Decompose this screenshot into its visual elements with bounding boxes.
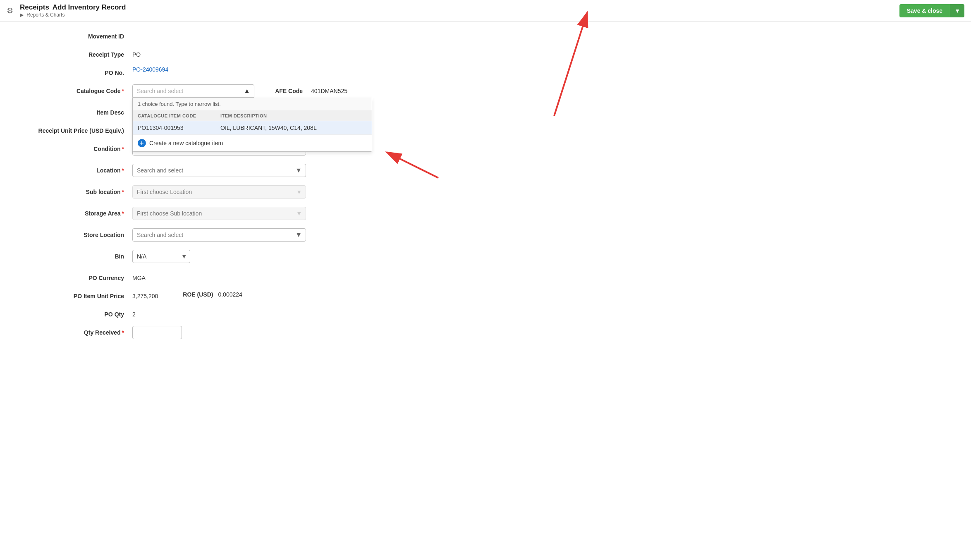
page-header: ⚙ Receipts Add Inventory Record ▶ Report… (0, 0, 971, 22)
roe-usd-value: 0.000224 (218, 291, 242, 298)
header-actions: Save & close ▼ (899, 4, 964, 17)
store-location-label: Store Location (25, 228, 132, 238)
save-close-dropdown-button[interactable]: ▼ (950, 4, 964, 17)
po-qty-row: PO Qty 2 (25, 308, 347, 318)
receipt-type-row: Receipt Type PO (25, 48, 347, 58)
receipt-type-value: PO (132, 48, 347, 58)
storage-area-row: Storage Area* ▼ (25, 207, 347, 220)
breadcrumb: ▶ Reports & Charts (20, 12, 126, 18)
sub-location-row: Sub location* ▼ (25, 185, 347, 199)
roe-usd-label: ROE (USD) (183, 291, 213, 298)
page-title: Add Inventory Record (53, 3, 126, 11)
receipt-type-label: Receipt Type (25, 48, 132, 58)
po-currency-label: PO Currency (25, 271, 132, 281)
po-currency-row: PO Currency MGA (25, 271, 347, 281)
po-currency-value: MGA (132, 271, 347, 281)
storage-area-select-wrapper: ▼ (132, 207, 306, 220)
store-location-select-wrapper: ▼ (132, 228, 306, 242)
required-star-qty: * (122, 329, 124, 336)
required-star: * (122, 88, 124, 94)
dropdown-narrow-hint: 1 choice found. Type to narrow list. (133, 98, 372, 111)
required-star-location: * (122, 167, 124, 174)
dropdown-result-row[interactable]: PO11304-001953 OIL, LUBRICANT, 15W40, C1… (133, 121, 372, 134)
main-form: Movement ID Receipt Type PO PO No. PO-24… (0, 22, 372, 364)
dropdown-col-code-header: CATALOGUE ITEM CODE (138, 113, 220, 118)
po-unit-price-value: 3,275,200 (132, 290, 158, 299)
catalogue-search-wrapper: ▲ 1 choice found. Type to narrow list. C… (132, 84, 254, 98)
sub-location-search-input (132, 185, 306, 199)
po-no-label: PO No. (25, 66, 132, 76)
location-row: Location* ▼ (25, 164, 347, 177)
dropdown-col-desc-header: ITEM DESCRIPTION (220, 113, 367, 118)
dropdown-result-desc: OIL, LUBRICANT, 15W40, C14, 208L (220, 124, 367, 131)
po-qty-value: 2 (132, 308, 347, 318)
storage-area-search-input (132, 207, 306, 220)
create-catalogue-icon: + (138, 139, 146, 147)
bin-select[interactable]: N/A A B C (132, 250, 190, 263)
store-location-row: Store Location ▼ (25, 228, 347, 242)
qty-received-input[interactable] (132, 326, 182, 339)
qty-received-label: Qty Received* (25, 326, 132, 336)
receipt-unit-price-label: Receipt Unit Price (USD Equiv.) (25, 124, 132, 134)
save-close-button[interactable]: Save & close (899, 4, 950, 17)
svg-line-2 (387, 152, 438, 178)
receipts-link[interactable]: Receipts (20, 3, 49, 11)
store-location-search-input[interactable] (132, 228, 306, 242)
catalogue-code-row: Catalogue Code* ▲ 1 choice found. Type t… (25, 84, 347, 98)
breadcrumb-arrow-icon: ▶ (20, 12, 24, 18)
bin-select-wrapper: N/A A B C ▼ (132, 250, 190, 263)
required-star-storage: * (122, 210, 124, 217)
item-desc-label: Item Desc (25, 106, 132, 116)
catalogue-search-input[interactable] (132, 84, 254, 98)
location-label: Location* (25, 164, 132, 174)
svg-line-1 (554, 12, 587, 116)
dropdown-header-row: CATALOGUE ITEM CODE ITEM DESCRIPTION (133, 111, 372, 121)
catalogue-code-label: Catalogue Code* (25, 84, 132, 94)
condition-label: Condition* (25, 142, 132, 152)
gear-icon[interactable]: ⚙ (7, 6, 13, 15)
po-qty-label: PO Qty (25, 308, 132, 318)
movement-id-value (132, 30, 347, 33)
afe-code-value: 401DMAN525 (311, 88, 347, 94)
po-no-row: PO No. PO-24009694 (25, 66, 347, 76)
po-unit-price-row: PO Item Unit Price 3,275,200 ROE (USD) 0… (25, 290, 347, 299)
movement-id-label: Movement ID (25, 30, 132, 40)
bin-label: Bin (25, 250, 132, 260)
bin-row: Bin N/A A B C ▼ (25, 250, 347, 263)
po-no-value[interactable]: PO-24009694 (132, 63, 168, 73)
qty-received-row: Qty Received* (25, 326, 347, 339)
location-search-input[interactable] (132, 164, 306, 177)
create-catalogue-label: Create a new catalogue item (149, 140, 223, 146)
dropdown-result-code: PO11304-001953 (138, 124, 220, 131)
required-star-condition: * (122, 146, 124, 152)
movement-id-row: Movement ID (25, 30, 347, 40)
breadcrumb-text: Reports & Charts (26, 12, 65, 18)
sub-location-select-wrapper: ▼ (132, 185, 306, 199)
sub-location-label: Sub location* (25, 185, 132, 195)
afe-code-label: AFE Code (263, 88, 303, 94)
po-unit-price-label: PO Item Unit Price (25, 290, 132, 299)
afe-code-group: AFE Code 401DMAN525 (263, 84, 347, 94)
required-star-sub-location: * (122, 189, 124, 195)
create-catalogue-item-row[interactable]: + Create a new catalogue item (133, 134, 372, 151)
storage-area-label: Storage Area* (25, 207, 132, 217)
location-select-wrapper: ▼ (132, 164, 306, 177)
catalogue-dropdown-panel: 1 choice found. Type to narrow list. CAT… (132, 98, 372, 152)
